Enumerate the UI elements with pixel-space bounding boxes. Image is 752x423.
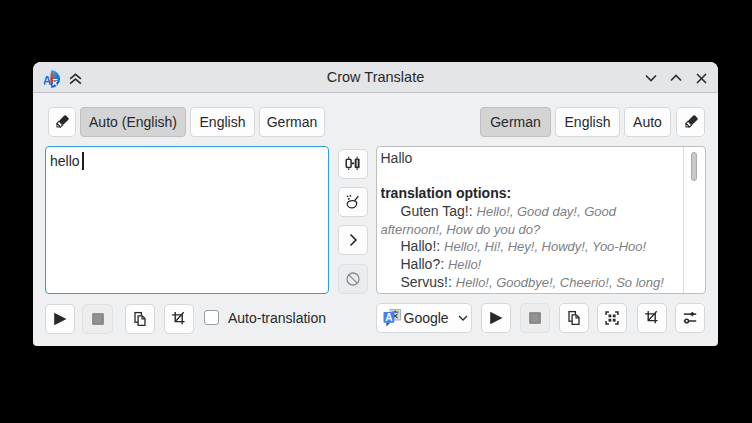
svg-text:A: A xyxy=(385,312,392,323)
